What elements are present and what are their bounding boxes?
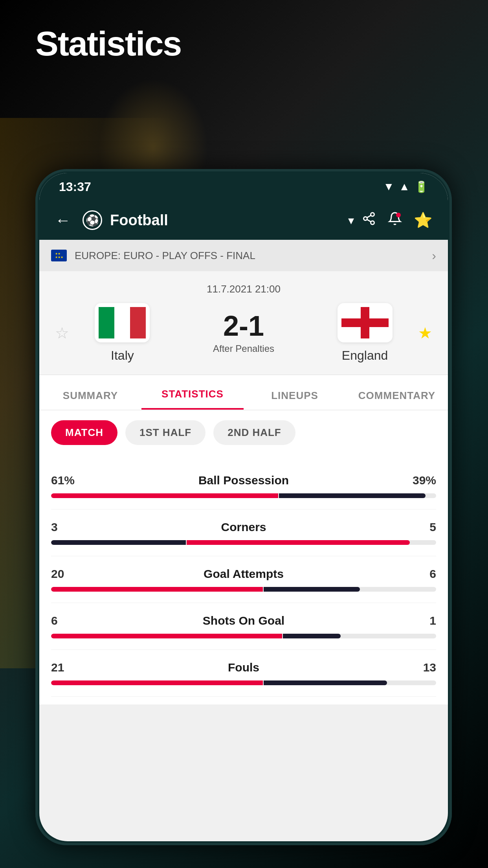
stat-name-corners: Corners <box>75 520 413 534</box>
match-subtitle: After Penalties <box>176 343 312 354</box>
eu-flag-icon: ★★★★★ <box>51 250 67 261</box>
filter-match-button[interactable]: MATCH <box>51 420 117 445</box>
stat-header-shots-on-goal: 6 Shots On Goal 1 <box>51 614 436 627</box>
stat-bar-left-goal-attempts <box>51 587 263 592</box>
wifi-icon: ▼ <box>383 180 394 193</box>
status-bar: 13:37 ▼ ▲ 🔋 <box>39 173 448 200</box>
stat-bar-ball-possession <box>51 493 436 498</box>
sport-icon: ⚽ <box>83 210 102 230</box>
page-title: Statistics <box>35 24 181 64</box>
italy-flag-icon <box>99 307 146 338</box>
stat-bar-right-ball-possession <box>279 493 425 498</box>
chevron-right-icon: › <box>432 248 436 263</box>
stat-right-ball-possession: 39% <box>413 474 436 487</box>
stat-left-corners: 3 <box>51 520 75 534</box>
italy-flag-red <box>130 307 146 338</box>
header-title: Football <box>110 212 344 229</box>
stat-bar-right-shots-on-goal <box>283 634 341 638</box>
tab-summary[interactable]: SUMMARY <box>39 390 141 410</box>
stat-row-corners: 3 Corners 5 <box>51 509 436 556</box>
match-score: 2-1 <box>176 312 312 340</box>
stats-container: 61% Ball Possession 39% 3 Corners 5 <box>39 455 448 704</box>
stat-bar-fouls <box>51 680 436 685</box>
stat-left-fouls: 21 <box>51 661 75 674</box>
stat-row-ball-possession: 61% Ball Possession 39% <box>51 463 436 509</box>
stat-header-corners: 3 Corners 5 <box>51 520 436 534</box>
app-header: ← ⚽ Football ▾ ⭐ <box>39 200 448 240</box>
match-card: 11.7.2021 21:00 ☆ Italy 2- <box>39 271 448 375</box>
italy-flag-green <box>99 307 114 338</box>
england-flag-icon <box>341 307 389 338</box>
stat-right-fouls: 13 <box>413 661 436 674</box>
share-button[interactable] <box>362 211 376 229</box>
tabs-bar: SUMMARY STATISTICS LINEUPS COMMENTARY <box>39 375 448 410</box>
stat-bar-goal-attempts <box>51 587 436 592</box>
back-button[interactable]: ← <box>55 211 71 229</box>
stat-bar-left-shots-on-goal <box>51 634 282 638</box>
stat-bar-right-fouls <box>264 680 387 685</box>
stat-name-ball-possession: Ball Possession <box>75 474 413 487</box>
match-teams: ☆ Italy 2-1 After Penalties <box>55 303 432 363</box>
svg-point-2 <box>371 221 374 224</box>
away-favorite-star[interactable]: ★ <box>418 324 432 342</box>
filter-first-half-button[interactable]: 1ST HALF <box>125 420 205 445</box>
tab-statistics[interactable]: STATISTICS <box>141 388 244 410</box>
tab-commentary[interactable]: COMMENTARY <box>346 390 448 410</box>
svg-line-3 <box>367 219 371 222</box>
stat-bar-left-ball-possession <box>51 493 278 498</box>
header-actions: ⭐ <box>362 211 432 229</box>
football-icon: ⚽ <box>86 214 99 227</box>
stat-bar-right-corners <box>187 540 410 545</box>
stat-bar-left-fouls <box>51 680 263 685</box>
stat-row-fouls: 21 Fouls 13 <box>51 650 436 697</box>
stat-name-shots-on-goal: Shots On Goal <box>75 614 413 627</box>
stat-name-fouls: Fouls <box>75 661 413 674</box>
chevron-down-icon[interactable]: ▾ <box>348 213 354 227</box>
status-time: 13:37 <box>59 180 91 194</box>
svg-point-0 <box>371 213 374 216</box>
competition-text: EUROPE: EURO - PLAY OFFS - FINAL <box>75 250 424 262</box>
stat-bar-shots-on-goal <box>51 634 436 638</box>
svg-line-4 <box>367 215 371 217</box>
filter-bar: MATCH 1ST HALF 2ND HALF <box>39 410 448 455</box>
match-date: 11.7.2021 21:00 <box>55 283 432 295</box>
stat-header-goal-attempts: 20 Goal Attempts 6 <box>51 567 436 581</box>
filter-second-half-button[interactable]: 2ND HALF <box>213 420 295 445</box>
match-score-section: 2-1 After Penalties <box>176 312 312 354</box>
away-flag <box>338 303 393 342</box>
status-icons: ▼ ▲ 🔋 <box>383 180 428 193</box>
away-team: England <box>319 303 410 363</box>
svg-point-5 <box>396 213 401 217</box>
competition-bar[interactable]: ★★★★★ EUROPE: EURO - PLAY OFFS - FINAL › <box>39 240 448 271</box>
phone-screen: 13:37 ▼ ▲ 🔋 ← ⚽ Football ▾ <box>39 173 448 841</box>
stat-row-shots-on-goal: 6 Shots On Goal 1 <box>51 603 436 650</box>
svg-point-1 <box>364 217 367 220</box>
home-team: Italy <box>77 303 168 363</box>
battery-icon: 🔋 <box>415 180 428 193</box>
home-team-name: Italy <box>111 348 134 363</box>
favorite-star-button[interactable]: ⭐ <box>414 211 432 229</box>
england-flag-vertical <box>361 307 369 338</box>
home-flag <box>95 303 150 342</box>
tab-lineups[interactable]: LINEUPS <box>244 390 346 410</box>
stat-bar-corners <box>51 540 436 545</box>
stat-left-goal-attempts: 20 <box>51 567 75 581</box>
signal-icon: ▲ <box>399 180 410 193</box>
stat-left-shots-on-goal: 6 <box>51 614 75 627</box>
notification-bell-button[interactable] <box>388 211 402 229</box>
stat-right-goal-attempts: 6 <box>413 567 436 581</box>
stat-left-ball-possession: 61% <box>51 474 75 487</box>
phone-side-button <box>451 326 452 373</box>
stat-right-corners: 5 <box>413 520 436 534</box>
stat-row-goal-attempts: 20 Goal Attempts 6 <box>51 556 436 603</box>
stat-right-shots-on-goal: 1 <box>413 614 436 627</box>
stat-header-ball-possession: 61% Ball Possession 39% <box>51 474 436 487</box>
stat-header-fouls: 21 Fouls 13 <box>51 661 436 674</box>
italy-flag-white <box>114 307 130 338</box>
stat-bar-left-corners <box>51 540 186 545</box>
phone-frame: 13:37 ▼ ▲ 🔋 ← ⚽ Football ▾ <box>35 169 452 845</box>
away-team-name: England <box>342 348 388 363</box>
home-favorite-star[interactable]: ☆ <box>55 324 69 342</box>
stat-bar-right-goal-attempts <box>264 587 360 592</box>
stat-name-goal-attempts: Goal Attempts <box>75 567 413 581</box>
